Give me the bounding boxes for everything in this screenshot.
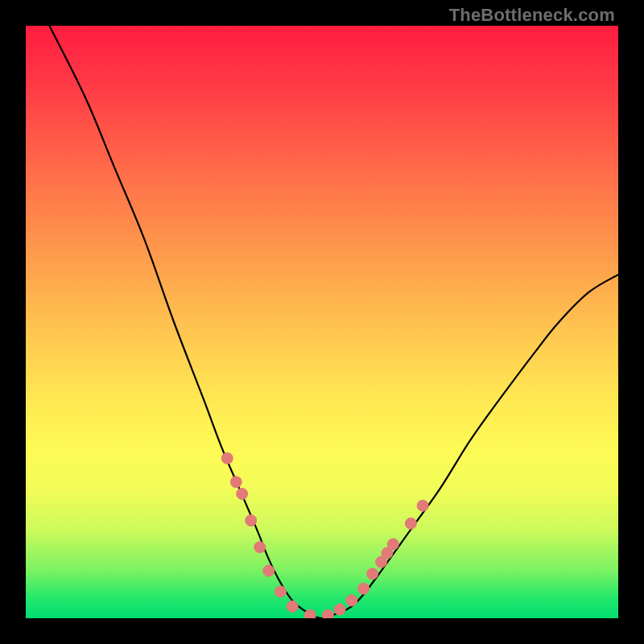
data-dot — [254, 542, 266, 553]
data-dot — [275, 586, 286, 597]
curve-svg — [26, 26, 618, 618]
data-dot — [334, 604, 345, 615]
data-dot — [263, 565, 275, 576]
bottleneck-curve — [49, 26, 618, 618]
plot-area — [26, 26, 618, 618]
data-dot — [237, 488, 248, 499]
data-dots — [221, 452, 428, 618]
data-dot — [417, 500, 428, 511]
data-dot — [246, 515, 257, 526]
data-dot — [382, 547, 393, 559]
data-dot — [358, 583, 369, 594]
chart-frame: TheBottleneck.com — [0, 0, 644, 644]
data-dot — [322, 609, 333, 618]
data-dot — [346, 595, 357, 606]
data-dot — [230, 477, 242, 488]
data-dot — [287, 601, 298, 612]
data-dot — [405, 518, 416, 529]
data-dot — [376, 556, 387, 568]
data-dot — [221, 452, 233, 464]
watermark-text: TheBottleneck.com — [449, 5, 615, 26]
data-dot — [367, 568, 378, 580]
data-dot — [387, 539, 398, 550]
data-dot — [304, 609, 316, 618]
